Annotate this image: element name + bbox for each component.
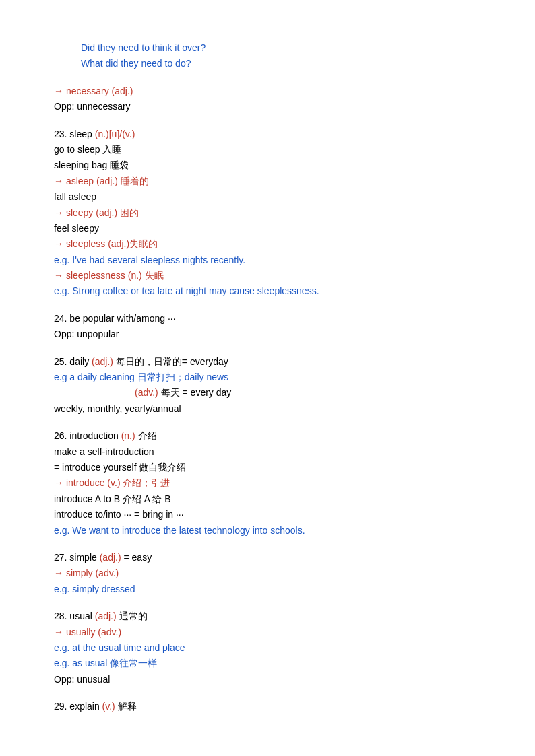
necessary-block: → necessary (adj.) Opp: unnecessary (54, 83, 495, 114)
go-to-sleep: go to sleep 入睡 (54, 142, 495, 157)
sleepy-arrow: → sleepy (adj.) 困的 (54, 205, 495, 220)
usual-example-1: e.g. at the usual time and place (54, 640, 495, 655)
entry-24-header: 24. be popular with/among ··· (54, 311, 495, 326)
entry-25: 25. daily (adj.) 每日的，日常的= everyday e.g a… (54, 354, 495, 417)
simply-arrow: → simply (adv.) (54, 565, 495, 580)
entry-26-header: 26. introduction (n.) 介绍 (54, 428, 495, 443)
daily-adv-line: (adv.) 每天 = every day (54, 385, 495, 400)
entry-29-header: 29. explain (v.) 解释 (54, 699, 495, 714)
entry-27: 27. simple (adj.) = easy → simply (adv.)… (54, 550, 495, 596)
daily-example: e.g a daily cleaning 日常打扫；daily news (54, 370, 495, 384)
entry-24: 24. be popular with/among ··· Opp: unpop… (54, 311, 495, 342)
introduce-a-to-b: introduce A to B 介绍 A 给 B (54, 491, 495, 506)
simply-example: e.g. simply dressed (54, 582, 495, 596)
entry-27-header: 27. simple (adj.) = easy (54, 550, 495, 565)
fall-asleep: fall asleep (54, 189, 495, 204)
introduce-yourself: = introduce yourself 做自我介绍 (54, 460, 495, 475)
necessary-arrow: → necessary (adj.) (54, 83, 495, 98)
sleepless-arrow: → sleepless (adj.)失眠的 (54, 236, 495, 251)
sleeplessness-arrow: → sleeplessness (n.) 失眠 (54, 268, 495, 283)
sleeping-bag: sleeping bag 睡袋 (54, 158, 495, 172)
entry-23-header: 23. sleep (n.)[u]/(v.) (54, 127, 495, 141)
daily-related: weekly, monthly, yearly/annual (54, 401, 495, 416)
entry-24-opp: Opp: unpopular (54, 327, 495, 341)
introduce-into: introduce to/into ··· = bring in ··· (54, 507, 495, 522)
entry-26: 26. introduction (n.) 介绍 make a self-int… (54, 428, 495, 538)
question-1: Did they need to think it over? (54, 40, 495, 55)
self-introduction: make a self-introduction (54, 444, 495, 459)
asleep-arrow: → asleep (adj.) 睡着的 (54, 174, 495, 188)
necessary-opp: Opp: unnecessary (54, 99, 495, 114)
entry-29: 29. explain (v.) 解释 (54, 699, 495, 714)
daily-adv: (adv.) 每天 = every day (135, 385, 231, 400)
unusual-opp: Opp: unusual (54, 672, 495, 687)
sleeplessness-example: e.g. Strong coffee or tea late at night … (54, 283, 495, 298)
entry-28-header: 28. usual (adj.) 通常的 (54, 609, 495, 623)
feel-sleepy: feel sleepy (54, 221, 495, 236)
introduce-example: e.g. We want to introduce the latest tec… (54, 523, 495, 538)
entry-23: 23. sleep (n.)[u]/(v.) go to sleep 入睡 sl… (54, 127, 495, 299)
entry-28: 28. usual (adj.) 通常的 → usually (adv.) e.… (54, 609, 495, 687)
usually-arrow: → usually (adv.) (54, 625, 495, 640)
usual-example-2: e.g. as usual 像往常一样 (54, 656, 495, 671)
introduce-arrow: → introduce (v.) 介绍；引进 (54, 475, 495, 490)
question-2: What did they need to do? (54, 56, 495, 71)
entry-25-header: 25. daily (adj.) 每日的，日常的= everyday (54, 354, 495, 369)
sleepless-example: e.g. I've had several sleepless nights r… (54, 252, 495, 267)
intro-questions: Did they need to think it over? What did… (54, 40, 495, 71)
